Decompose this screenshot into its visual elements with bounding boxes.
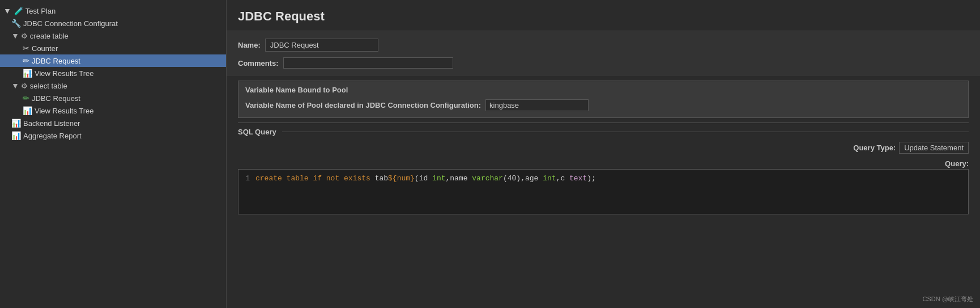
watermark: CSDN @峡江弯处 — [923, 295, 973, 303]
sidebar-item-counter[interactable]: ✂ Counter — [0, 42, 226, 54]
sidebar-label-backend-listener: Backend Listener — [23, 119, 223, 128]
sidebar-label-aggregate-report: Aggregate Report — [23, 132, 223, 140]
pool-label: Variable Name of Pool declared in JDBC C… — [245, 101, 481, 109]
kw-int1: int — [432, 174, 445, 183]
sidebar-item-jdbc-connection[interactable]: 🔧 JDBC Connection Configurat — [0, 17, 226, 29]
name-section: Name: Comments: — [227, 31, 980, 76]
line-number-1: 1 — [238, 175, 255, 183]
aggregate-report-icon: 📊 — [11, 131, 21, 140]
kw-age: age — [525, 174, 543, 183]
test-plan-icon: ▼ — [3, 6, 11, 15]
jdbc-connection-icon: 🔧 — [11, 19, 21, 28]
sidebar-label-jdbc-request-2: JDBC Request — [32, 94, 223, 103]
sidebar-item-view-results-tree-1[interactable]: 📊 View Results Tree — [0, 67, 226, 79]
variable-section: Variable Name Bound to Pool Variable Nam… — [238, 81, 969, 118]
panel-title: JDBC Request — [227, 0, 980, 31]
name-input[interactable] — [265, 39, 378, 52]
select-table-expand-icon: ▼ — [11, 81, 19, 90]
sidebar: ▼ 🧪 Test Plan 🔧 JDBC Connection Configur… — [0, 0, 227, 308]
sidebar-label-create-table: create table — [30, 32, 223, 40]
sidebar-label-jdbc-connection: JDBC Connection Configurat — [23, 19, 223, 28]
jdbc-request-1-icon: ✏ — [23, 56, 29, 65]
sidebar-item-aggregate-report[interactable]: 📊 Aggregate Report — [0, 129, 226, 142]
sidebar-item-backend-listener[interactable]: 📊 Backend Listener — [0, 117, 226, 129]
create-table-expand-icon: ▼ — [11, 31, 19, 40]
sidebar-item-jdbc-request-1[interactable]: ✏ JDBC Request — [0, 54, 226, 67]
variable-section-title: Variable Name Bound to Pool — [245, 86, 961, 94]
counter-icon: ✂ — [23, 44, 29, 53]
sidebar-item-create-table[interactable]: ▼ ⚙ create table — [0, 29, 226, 42]
kw-int2: int — [543, 174, 556, 183]
sidebar-label-select-table: select table — [30, 82, 223, 90]
name-row: Name: — [238, 36, 969, 54]
kw-varchar: varchar — [472, 174, 503, 183]
query-type-row: Query Type: Update Statement — [238, 140, 969, 158]
kw-end: ); — [587, 174, 596, 183]
results-tree-1-icon: 📊 — [23, 69, 32, 78]
sidebar-item-test-plan[interactable]: ▼ 🧪 Test Plan — [0, 5, 226, 17]
kw-create: create table if not exists — [255, 174, 375, 183]
pool-input[interactable] — [485, 99, 589, 111]
kw-id: id — [419, 174, 432, 183]
sidebar-label-view-results-tree-1: View Results Tree — [35, 69, 223, 78]
kw-text: text — [569, 174, 587, 183]
sidebar-label-test-plan: Test Plan — [25, 7, 223, 15]
sidebar-label-counter: Counter — [32, 44, 223, 53]
pool-row: Variable Name of Pool declared in JDBC C… — [245, 98, 961, 113]
code-area[interactable]: 1 create table if not exists tab${num}(i… — [238, 169, 969, 214]
kw-var: ${num} — [388, 174, 415, 183]
select-table-gear-icon: ⚙ — [21, 82, 28, 90]
jdbc-request-2-icon: ✏ — [23, 94, 29, 103]
query-label: Query: — [945, 159, 969, 168]
results-tree-2-icon: 📊 — [23, 106, 32, 115]
sidebar-label-view-results-tree-2: View Results Tree — [35, 107, 223, 115]
sql-title: SQL Query — [238, 128, 276, 136]
kw-40: (40), — [503, 174, 525, 183]
query-label-row: Query: — [238, 158, 969, 169]
sidebar-item-jdbc-request-2[interactable]: ✏ JDBC Request — [0, 92, 226, 104]
sidebar-label-jdbc-request-1: JDBC Request — [32, 57, 223, 65]
sidebar-item-view-results-tree-2[interactable]: 📊 View Results Tree — [0, 104, 226, 117]
code-line-1: 1 create table if not exists tab${num}(i… — [238, 173, 968, 184]
sidebar-item-select-table[interactable]: ▼ ⚙ select table — [0, 79, 226, 92]
query-type-label: Query Type: — [853, 144, 896, 152]
kw-parens: ( — [415, 174, 419, 183]
sql-section: SQL Query Query Type: Update Statement Q… — [227, 123, 980, 214]
query-type-value: Update Statement — [899, 142, 969, 154]
name-label: Name: — [238, 41, 261, 49]
comments-row: Comments: — [238, 54, 969, 71]
backend-listener-icon: 📊 — [11, 119, 21, 128]
create-table-gear-icon: ⚙ — [21, 32, 28, 40]
comments-input[interactable] — [283, 57, 453, 69]
sql-header: SQL Query — [238, 123, 969, 140]
kw-c: c — [560, 174, 569, 183]
code-text-1: create table if not exists tab${num}(id … — [255, 174, 968, 183]
comments-label: Comments: — [238, 59, 279, 67]
kw-tab: tab — [375, 174, 388, 183]
kw-name: name — [450, 174, 472, 183]
main-panel: JDBC Request Name: Comments: Variable Na… — [227, 0, 980, 308]
